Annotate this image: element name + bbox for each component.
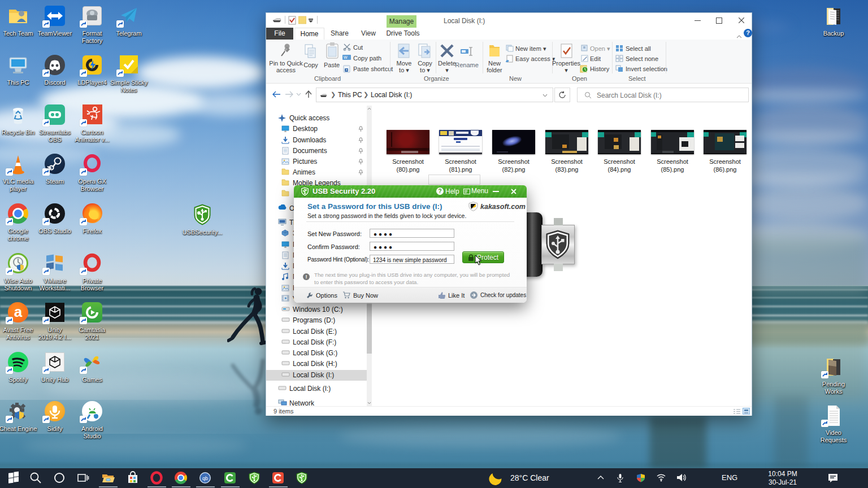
svg-text:qb: qb	[202, 476, 208, 481]
svg-text:W: W	[344, 55, 348, 59]
